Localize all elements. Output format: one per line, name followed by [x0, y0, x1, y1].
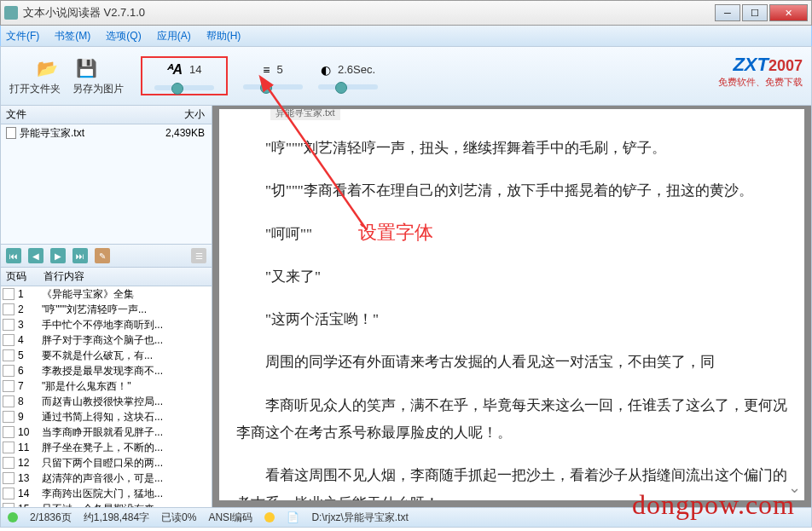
status-path: D:\rjxz\异能寻宝家.txt [311, 511, 408, 525]
sidebar: 文件 大小 异能寻宝家.txt2,439KB ⏮ ◀ ▶ ⏭ ✎ ☰ 页码 首行… [1, 106, 212, 507]
maximize-button[interactable]: ☐ [742, 4, 768, 21]
status-chars: 约1,198,484字 [84, 511, 149, 525]
page-number: 5 [18, 349, 42, 361]
page-row[interactable]: 14李商跨出医院大门，猛地... [1, 486, 212, 501]
line-spacing-slider[interactable] [243, 84, 303, 89]
menu-bookmark[interactable]: 书签(M) [55, 29, 90, 43]
file-size: 2,439KB [143, 127, 212, 139]
nav-prev-button[interactable]: ◀ [28, 248, 44, 263]
line-spacing-value: 5 [276, 63, 282, 76]
menu-options[interactable]: 选项(Q) [106, 29, 141, 43]
page-first-line: 只不过一个冬星期没有来... [42, 502, 212, 508]
speed-icon: ◐ [321, 63, 331, 77]
page-row[interactable]: 7"那是什么鬼东西！" [1, 378, 212, 394]
page-icon [3, 426, 14, 438]
status-pages: 2/1836页 [30, 511, 72, 525]
page-col-first: 首行内容 [44, 269, 212, 284]
reader-tab[interactable]: 异能寻宝家.txt [270, 106, 340, 120]
nav-tool-button[interactable]: ✎ [95, 248, 110, 263]
page-icon [3, 288, 14, 300]
page-icon [3, 457, 14, 469]
toolbar: 📂 💾 打开文件夹 另存为图片 ᴬA 14 ≡ 5 ◐ 2.6Sec. [0, 46, 812, 106]
page-icon [3, 380, 14, 392]
open-folder-label: 打开文件夹 [9, 82, 61, 96]
speed-slider[interactable] [318, 84, 378, 89]
page-row[interactable]: 13赵清萍的声音很小，可是... [1, 470, 212, 486]
status-doc-icon: 📄 [287, 511, 299, 523]
page-icon [3, 488, 14, 499]
page-row[interactable]: 6李教授是最早发现李商不... [1, 363, 212, 378]
page-first-line: "哼"""刘艺清轻哼一声... [42, 303, 212, 317]
nav-misc-button[interactable]: ☰ [191, 248, 206, 263]
page-number: 9 [18, 411, 42, 423]
page-first-line: 手中忙个不停地李商听到... [42, 318, 212, 332]
file-row[interactable]: 异能寻宝家.txt2,439KB [1, 124, 212, 141]
page-row[interactable]: 15只不过一个冬星期没有来... [1, 501, 212, 507]
page-first-line: 而赵青山教授很快掌控局... [42, 395, 212, 409]
reader-line: "哼"""刘艺清轻哼一声，扭头，继续挥舞着手中的毛刷，铲子。 [236, 135, 787, 162]
page-first-line: 赵清萍的声音很小，可是... [42, 471, 212, 486]
font-size-control[interactable]: ᴬA 14 [141, 56, 228, 95]
reader-line: "这两个活宝哟！" [236, 306, 787, 333]
reader-line: "切"""李商看着不在理自己的刘艺清，放下手中摇晃着的铲子，扭这的黄沙。 [236, 177, 787, 205]
page-row[interactable]: 12只留下两个目瞪口呆的两... [1, 455, 212, 470]
page-first-line: 通过书简上得知，这块石... [42, 410, 212, 424]
page-number: 2 [18, 303, 42, 315]
page-row[interactable]: 11胖子坐在凳子上，不断的... [1, 440, 212, 455]
nav-toolbar: ⏮ ◀ ▶ ⏭ ✎ ☰ [1, 244, 212, 268]
save-icon: 💾 [74, 56, 98, 80]
page-list-header: 页码 首行内容 [1, 268, 212, 286]
file-list: 异能寻宝家.txt2,439KB [1, 124, 212, 244]
nav-last-button[interactable]: ⏭ [72, 248, 88, 263]
page-number: 12 [18, 457, 42, 469]
speed-control[interactable]: ◐ 2.6Sec. [318, 63, 378, 89]
status-led-icon [8, 512, 18, 522]
page-row[interactable]: 4胖子对于李商这个脑子也... [1, 332, 212, 348]
page-icon [3, 334, 14, 346]
page-row[interactable]: 1《异能寻宝家》全集 [1, 286, 212, 302]
page-number: 14 [18, 488, 42, 499]
nav-first-button[interactable]: ⏮ [6, 248, 21, 263]
save-image-label: 另存为图片 [72, 82, 124, 96]
page-row[interactable]: 3手中忙个不停地李商听到... [1, 317, 212, 332]
page-first-line: "那是什么鬼东西！" [42, 379, 212, 394]
status-read: 已读0% [161, 511, 196, 525]
page-number: 11 [18, 442, 42, 453]
page-number: 3 [18, 319, 42, 331]
page-number: 15 [18, 503, 42, 507]
minimize-button[interactable]: ─ [715, 4, 740, 21]
menu-app[interactable]: 应用(A) [157, 29, 191, 43]
page-first-line: 李教授是最早发现李商不... [42, 364, 212, 378]
page-first-line: 李商跨出医院大门，猛地... [42, 487, 212, 501]
menubar: 文件(F) 书签(M) 选项(Q) 应用(A) 帮助(H) [0, 26, 812, 46]
page-row[interactable]: 8而赵青山教授很快掌控局... [1, 394, 212, 409]
page-icon [3, 395, 14, 407]
font-size-value: 14 [189, 63, 201, 76]
page-icon [3, 365, 14, 377]
page-row[interactable]: 9通过书简上得知，这块石... [1, 409, 212, 424]
app-icon [4, 6, 18, 20]
page-row[interactable]: 5要不就是什么破瓦，有... [1, 348, 212, 363]
menu-file[interactable]: 文件(F) [6, 29, 39, 43]
page-list[interactable]: 1《异能寻宝家》全集2"哼"""刘艺清轻哼一声...3手中忙个不停地李商听到..… [1, 286, 212, 507]
file-list-header: 文件 大小 [1, 106, 212, 124]
page-row[interactable]: 10当李商睁开眼就看见胖子... [1, 424, 212, 440]
brand-logo: ZXT2007 免费软件、免费下载 [718, 54, 803, 89]
open-folder-button[interactable]: 📂 [35, 56, 59, 80]
page-number: 1 [18, 288, 42, 300]
close-button[interactable]: ✕ [769, 4, 808, 21]
page-first-line: 只留下两个目瞪口呆的两... [42, 456, 212, 470]
font-size-slider[interactable] [154, 85, 214, 90]
speed-value: 2.6Sec. [338, 63, 375, 76]
line-spacing-control[interactable]: ≡ 5 [243, 63, 303, 89]
reader-pane[interactable]: 异能寻宝家.txt "哼"""刘艺清轻哼一声，扭头，继续挥舞着手中的毛刷，铲子。… [212, 106, 811, 507]
nav-next-button[interactable]: ▶ [50, 248, 66, 263]
page-icon [3, 349, 14, 361]
page-number: 6 [18, 365, 42, 377]
menu-help[interactable]: 帮助(H) [206, 29, 241, 43]
page-number: 10 [18, 426, 42, 438]
page-icon [3, 472, 14, 484]
page-number: 13 [18, 472, 42, 484]
page-row[interactable]: 2"哼"""刘艺清轻哼一声... [1, 302, 212, 317]
save-image-button[interactable]: 💾 [74, 56, 98, 80]
